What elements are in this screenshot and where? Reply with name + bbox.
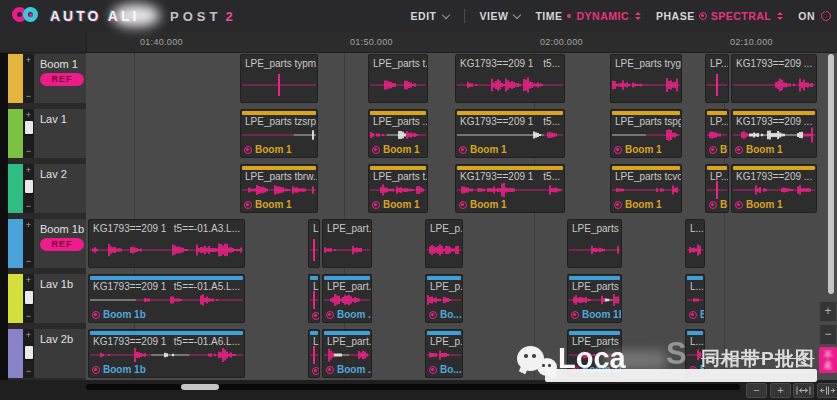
track-plus-button[interactable]: + xyxy=(23,276,34,285)
align-target[interactable]: Boom 1 xyxy=(735,144,783,155)
clip-lav-1b[interactable]: L xyxy=(308,274,320,323)
vertical-zoom-out-button[interactable]: − xyxy=(819,324,837,345)
align-target[interactable]: Boom 1b xyxy=(571,309,622,320)
clip-lav-2[interactable]: LP...B xyxy=(705,164,729,213)
track-color-bar[interactable] xyxy=(8,54,23,103)
align-target[interactable]: Boom 1 xyxy=(244,144,292,155)
align-target[interactable]: Boom 1b xyxy=(92,364,146,375)
align-target[interactable]: Boom ... xyxy=(326,364,372,375)
ref-badge[interactable]: REF xyxy=(40,238,84,251)
clip-lav-2b[interactable]: LPE_p...Bo... xyxy=(425,329,463,378)
track-color-bar[interactable] xyxy=(8,274,23,323)
track-minus-button[interactable]: − xyxy=(23,312,34,321)
clip-boom-1[interactable]: LPE_parts t... xyxy=(368,54,428,103)
clip-lav-2b[interactable]: L xyxy=(308,329,320,378)
clip-lav-1[interactable]: LPE_parts ...Boom 1 xyxy=(368,109,428,158)
track-minus-button[interactable]: − xyxy=(23,202,34,211)
clip-boom-1[interactable]: LP... xyxy=(705,54,729,103)
track-label-box[interactable]: Boom 1REF xyxy=(34,54,86,103)
track-label-box[interactable]: Lav 2b xyxy=(34,329,86,378)
power-toggle[interactable]: ON xyxy=(798,10,831,22)
track-label-box[interactable]: Lav 2 xyxy=(34,164,86,213)
clip-boom-1b[interactable]: KG1793==209 1t5==-01.A3.L... xyxy=(88,219,245,268)
align-target[interactable]: Bo... xyxy=(429,364,462,375)
align-target[interactable]: B xyxy=(709,199,727,210)
timeline-ruler[interactable]: 01:40.00001:50.00002:00.00002:10.000 xyxy=(0,32,837,53)
clip-boom-1[interactable]: KG1793==209 1t5... xyxy=(455,54,565,103)
clip-lav-1b[interactable]: L...B xyxy=(685,274,705,323)
align-target[interactable] xyxy=(312,367,320,375)
align-target[interactable]: Boom 1b xyxy=(571,364,622,375)
align-target[interactable]: Bo... xyxy=(429,309,462,320)
align-target[interactable]: Boom ... xyxy=(326,309,372,320)
track-label-box[interactable]: Lav 1 xyxy=(34,109,86,158)
track-plus-button[interactable]: + xyxy=(23,111,34,120)
track-plus-button[interactable]: + xyxy=(23,221,34,230)
clip-lav-2b[interactable]: LPE_parts ...Boom 1b xyxy=(567,329,622,378)
clip-lav-2[interactable]: LPE_parts tbrw...Boom 1 xyxy=(240,164,318,213)
zoom-in-button[interactable]: + xyxy=(770,383,791,398)
clip-lav-1b[interactable]: LPE_parts ...Boom 1b xyxy=(567,274,622,323)
clip-lav-2b[interactable]: KG1793==209 1t5==-01.A6.L...Boom 1b xyxy=(88,329,245,378)
track-label-box[interactable]: Boom 1bREF xyxy=(34,219,86,268)
clip-lav-2[interactable]: LPE_parts tcvc...Boom 1 xyxy=(610,164,682,213)
track-minus-button[interactable]: − xyxy=(23,147,34,156)
vertical-zoom-in-button[interactable]: + xyxy=(819,301,837,322)
track-label-box[interactable]: Lav 1b xyxy=(34,274,86,323)
align-target[interactable]: Boom 1 xyxy=(614,144,662,155)
align-target[interactable]: Boom 1 xyxy=(459,144,507,155)
track-minus-button[interactable]: − xyxy=(23,367,34,376)
clip-boom-1b[interactable]: LPE_p... xyxy=(425,219,463,268)
clip-boom-1b[interactable]: L xyxy=(308,219,320,268)
edit-menu[interactable]: EDIT xyxy=(411,10,449,22)
align-target[interactable]: Boom 1 xyxy=(459,199,507,210)
vertical-scrollbar[interactable] xyxy=(828,54,834,294)
align-target[interactable]: B xyxy=(709,144,727,155)
track-color-bar[interactable] xyxy=(8,164,23,213)
track-minus-button[interactable]: − xyxy=(23,92,34,101)
clip-lav-1b[interactable]: KG1793==209 1t5==-01.A5.L...Boom 1b xyxy=(88,274,245,323)
track-minus-button[interactable]: − xyxy=(23,257,34,266)
track-color-bar[interactable] xyxy=(8,219,23,268)
clip-lav-1[interactable]: LPE_parts tzsrp...Boom 1 xyxy=(240,109,318,158)
clip-lav-1b[interactable]: LPE_part...Boom ... xyxy=(322,274,372,323)
track-fader[interactable] xyxy=(25,180,33,193)
clip-lav-2b[interactable]: L...B xyxy=(685,329,705,378)
clip-boom-1b[interactable]: LPE_parts ... xyxy=(567,219,622,268)
align-target[interactable] xyxy=(312,312,320,320)
track-plus-button[interactable]: + xyxy=(23,331,34,340)
ref-badge[interactable]: REF xyxy=(40,73,84,86)
clip-boom-1[interactable]: LPE_parts typm... xyxy=(240,54,318,103)
track-plus-button[interactable]: + xyxy=(23,56,34,65)
clip-lav-2[interactable]: KG1793==209 ...Boom 1 xyxy=(731,164,817,213)
align-target[interactable]: B xyxy=(689,309,705,320)
view-menu[interactable]: VIEW xyxy=(480,10,521,22)
align-target[interactable]: Boom 1 xyxy=(372,144,420,155)
track-fader[interactable] xyxy=(25,121,33,134)
clip-lav-1[interactable]: KG1793==209 1t5...Boom 1 xyxy=(455,109,565,158)
horizontal-expand-button[interactable] xyxy=(817,383,837,398)
track-color-bar[interactable] xyxy=(8,109,23,158)
track-plus-button[interactable]: + xyxy=(23,166,34,175)
clip-boom-1b[interactable]: LPE_part... xyxy=(322,219,372,268)
clip-boom-1[interactable]: KG1793==209 ... xyxy=(731,54,817,103)
clip-lav-2[interactable]: KG1793==209 1t5...Boom 1 xyxy=(455,164,565,213)
clip-boom-1b[interactable]: L... xyxy=(685,219,705,268)
horizontal-scrollbar-thumb[interactable] xyxy=(181,384,219,390)
align-target[interactable]: B xyxy=(689,364,705,375)
track-fader[interactable] xyxy=(25,291,33,304)
zoom-fit-button[interactable] xyxy=(793,383,814,398)
align-target[interactable]: Boom 1 xyxy=(735,199,783,210)
track-color-bar[interactable] xyxy=(8,329,23,378)
clip-lav-2[interactable]: LPE_parts t...Boom 1 xyxy=(368,164,428,213)
clip-lav-1[interactable]: LP...B xyxy=(705,109,729,158)
clip-lav-1b[interactable]: LPE_p...Bo... xyxy=(425,274,463,323)
phase-mode-control[interactable]: PHASE SPECTRAL xyxy=(656,10,783,22)
align-target[interactable]: Boom 1 xyxy=(372,199,420,210)
clip-lav-2b[interactable]: LPE_part...Boom ... xyxy=(322,329,372,378)
clip-lav-1[interactable]: KG1793==209 ...Boom 1 xyxy=(731,109,817,158)
zoom-out-button[interactable]: − xyxy=(746,383,767,398)
align-target[interactable]: Boom 1 xyxy=(244,199,292,210)
clip-boom-1[interactable]: LPE_parts tryg... xyxy=(610,54,682,103)
track-fader[interactable] xyxy=(25,346,33,359)
